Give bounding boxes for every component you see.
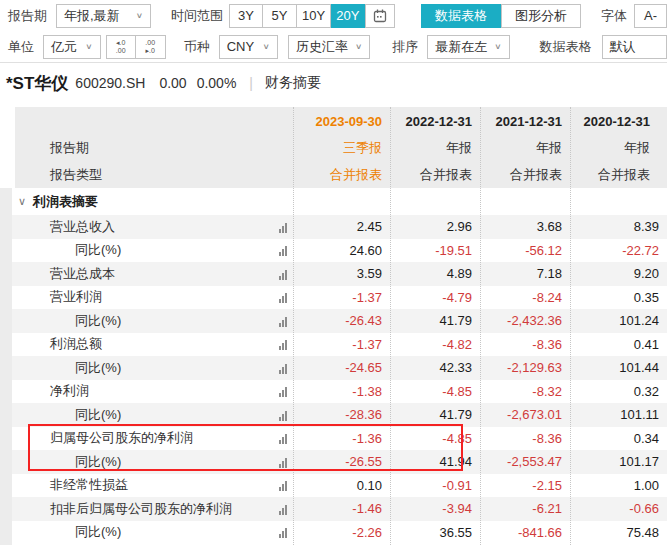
mini-bar-chart-icon[interactable]	[279, 246, 287, 256]
table-body-card: ∨利润表摘要营业总收入2.452.963.688.39同比(%)24.60-19…	[12, 188, 667, 545]
toolbar-row-2: 单位 亿元 ∨ ◂.0.00 .00▸.0 币种 CNY ∨ 历史汇率 ∨ 排序…	[0, 31, 667, 62]
cell-value: 2.45	[293, 219, 390, 234]
mini-bar-chart-icon[interactable]	[279, 387, 287, 397]
mini-bar-chart-icon[interactable]	[279, 340, 287, 350]
section-title: 利润表摘要	[33, 193, 98, 211]
mini-bar-chart-icon[interactable]	[279, 223, 287, 233]
cell-value: -26.55	[293, 454, 390, 469]
collapse-chevron-icon[interactable]: ∨	[18, 195, 26, 208]
cell-value: -2.15	[480, 478, 570, 493]
row-label: 同比(%)	[75, 453, 121, 471]
fx-rate-dropdown[interactable]: 历史汇率 ∨	[288, 35, 370, 59]
cell-value: -841.66	[480, 525, 570, 540]
time-range-option-20y[interactable]: 20Y	[331, 4, 365, 28]
row-label: 同比(%)	[75, 312, 121, 330]
mini-bar-chart-icon[interactable]	[279, 528, 287, 538]
sort-dropdown[interactable]: 最新在左 ∨	[427, 35, 509, 59]
row-label: 同比(%)	[75, 406, 121, 424]
toolbar-row-1: 报告期 年报,最新 ∨ 时间范围 3Y5Y10Y20Y 数据表格图形分析 字体 …	[0, 0, 667, 31]
cell-value: 0.35	[570, 290, 667, 305]
column-date: 2021-12-31	[480, 114, 570, 129]
chevron-down-icon: ∨	[263, 42, 270, 51]
cell-value: -0.91	[390, 478, 480, 493]
mini-bar-chart-icon[interactable]	[279, 481, 287, 491]
mini-bar-chart-icon[interactable]	[279, 434, 287, 444]
row-label: 净利润	[50, 382, 89, 400]
cell-value: -2.26	[293, 525, 390, 540]
chevron-down-icon: ∨	[494, 42, 501, 51]
cell-value: -0.66	[570, 501, 667, 516]
financial-table: 2023-09-302022-12-312021-12-312020-12-31…	[0, 103, 667, 545]
report-type-row-label: 报告类型	[15, 166, 293, 184]
table-style-label: 数据表格	[540, 38, 592, 56]
row-label-cell: 同比(%)	[12, 356, 293, 380]
tab-financial-summary[interactable]: 财务摘要	[265, 74, 321, 92]
cell-value: 41.79	[390, 407, 480, 422]
sort-label: 排序	[392, 38, 418, 56]
stock-name: *ST华仪	[6, 72, 68, 95]
stock-code: 600290.SH	[75, 75, 145, 91]
font-decrease-button[interactable]: A-	[634, 4, 667, 28]
cell-value: -4.85	[390, 384, 480, 399]
table-style-value: 默认	[610, 38, 636, 56]
cell-value: -8.36	[480, 337, 570, 352]
column-separator	[390, 107, 391, 545]
table-row: 营业总成本3.594.897.189.20	[12, 262, 667, 286]
sort-value: 最新在左	[435, 38, 487, 56]
row-label: 利润总额	[50, 335, 102, 353]
report-type-row-value: 合并报表	[570, 166, 667, 184]
view-tab-chart-analysis[interactable]: 图形分析	[501, 4, 581, 28]
stock-price: 0.00	[159, 75, 186, 91]
cell-value: 4.89	[390, 266, 480, 281]
unit-value: 亿元	[51, 38, 77, 56]
view-tab-data-table[interactable]: 数据表格	[421, 4, 501, 28]
mini-bar-chart-icon[interactable]	[279, 505, 287, 515]
column-separator	[570, 107, 571, 545]
mini-bar-chart-icon[interactable]	[279, 364, 287, 374]
cell-value: 0.34	[570, 431, 667, 446]
cell-value: 0.32	[570, 384, 667, 399]
cell-value: -26.43	[293, 313, 390, 328]
time-range-option-3y[interactable]: 3Y	[229, 4, 263, 28]
time-range-option-5y[interactable]: 5Y	[263, 4, 297, 28]
mini-bar-chart-icon[interactable]	[279, 270, 287, 280]
cell-value: 101.24	[570, 313, 667, 328]
table-row: 同比(%)-2.2636.55-841.6675.48	[12, 521, 667, 545]
column-separator	[293, 107, 294, 545]
mini-bar-chart-icon[interactable]	[279, 293, 287, 303]
currency-label: 币种	[184, 38, 210, 56]
font-label: 字体	[601, 7, 627, 25]
currency-dropdown[interactable]: CNY ∨	[219, 35, 278, 59]
row-label-cell: 营业利润	[12, 286, 293, 310]
row-label-cell: 同比(%)	[12, 309, 293, 333]
mini-bar-chart-icon[interactable]	[279, 317, 287, 327]
column-date: 2023-09-30	[293, 114, 390, 129]
mini-bar-chart-icon[interactable]	[279, 458, 287, 468]
report-period-dropdown[interactable]: 年报,最新 ∨	[56, 4, 151, 28]
unit-dropdown[interactable]: 亿元 ∨	[43, 35, 101, 59]
cell-value: 7.18	[480, 266, 570, 281]
cell-value: -8.36	[480, 431, 570, 446]
increase-decimal-button[interactable]: .00▸.0	[136, 35, 166, 59]
decrease-decimal-button[interactable]: ◂.0.00	[106, 35, 136, 59]
toolbar: 报告期 年报,最新 ∨ 时间范围 3Y5Y10Y20Y 数据表格图形分析 字体 …	[0, 0, 667, 63]
row-label: 非经常性损益	[50, 476, 128, 494]
table-row: 归属母公司股东的净利润-1.36-4.85-8.360.34	[12, 427, 667, 451]
calendar-icon	[372, 8, 388, 24]
calendar-button[interactable]	[365, 4, 395, 28]
report-period-label: 报告期	[8, 7, 47, 25]
cell-value: 42.33	[390, 360, 480, 375]
report-period-row-label: 报告期	[15, 139, 293, 157]
cell-value: 41.79	[390, 313, 480, 328]
cell-value: -3.94	[390, 501, 480, 516]
row-label-cell: 扣非后归属母公司股东的净利润	[12, 497, 293, 521]
cell-value: -1.37	[293, 337, 390, 352]
table-style-dropdown[interactable]: 默认	[602, 35, 667, 59]
row-label: 同比(%)	[75, 241, 121, 259]
time-range-option-10y[interactable]: 10Y	[297, 4, 331, 28]
table-row: 利润总额-1.37-4.82-8.360.41	[12, 333, 667, 357]
cell-value: -1.46	[293, 501, 390, 516]
cell-value: 9.20	[570, 266, 667, 281]
chevron-down-icon: ∨	[85, 42, 92, 51]
mini-bar-chart-icon[interactable]	[279, 411, 287, 421]
